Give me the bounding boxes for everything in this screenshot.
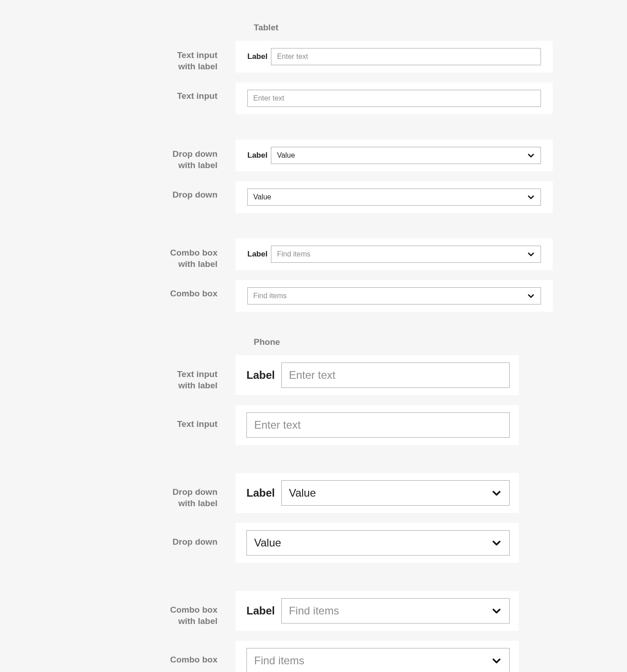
panel: Enter text — [236, 405, 519, 445]
text-input[interactable]: Enter text — [271, 48, 541, 65]
panel: Label Enter text — [236, 355, 519, 395]
row-combobox-with-label-tablet: Combo box with label Label Find items — [60, 238, 567, 270]
panel: Label Value — [236, 140, 553, 171]
text-input-placeholder: Enter text — [254, 419, 502, 431]
field-label: Label — [247, 250, 267, 259]
combobox[interactable]: Find items — [281, 598, 510, 624]
row-label: Text input with label — [60, 355, 236, 391]
dropdown[interactable]: Value — [281, 480, 510, 506]
combobox[interactable]: Find items — [246, 648, 510, 672]
field-label: Label — [247, 52, 267, 61]
text-input[interactable]: Enter text — [246, 412, 510, 438]
row-combobox-tablet: Combo box Find items — [60, 280, 567, 312]
chevron-down-icon — [491, 605, 502, 616]
combobox-placeholder: Find items — [253, 292, 523, 300]
row-label: Combo box — [60, 641, 236, 666]
panel: Value — [236, 181, 553, 213]
row-dropdown-with-label-tablet: Drop down with label Label Value — [60, 140, 567, 171]
combobox[interactable]: Find items — [247, 287, 541, 305]
panel: Label Value — [236, 473, 519, 513]
chevron-down-icon — [527, 193, 535, 201]
row-label: Drop down with label — [60, 140, 236, 171]
chevron-down-icon — [491, 537, 502, 548]
dropdown-value: Value — [254, 537, 487, 549]
row-label: Text input with label — [60, 41, 236, 72]
field-label: Label — [246, 604, 275, 617]
row-dropdown-tablet: Drop down Value — [60, 181, 567, 213]
chevron-down-icon — [527, 151, 535, 160]
dropdown[interactable]: Value — [246, 530, 510, 556]
chevron-down-icon — [491, 488, 502, 498]
section-heading-phone: Phone — [254, 337, 567, 347]
text-input-placeholder: Enter text — [289, 369, 502, 382]
panel: Label Enter text — [236, 41, 553, 73]
section-heading-tablet: Tablet — [254, 23, 567, 33]
row-combobox-phone: Combo box Find items — [60, 641, 567, 672]
combobox-placeholder: Find items — [289, 604, 487, 617]
row-text-input-tablet: Text input Enter text — [60, 82, 567, 114]
dropdown-value: Value — [253, 193, 523, 201]
row-text-input-with-label-tablet: Text input with label Label Enter text — [60, 41, 567, 73]
row-label: Drop down — [60, 523, 236, 548]
row-dropdown-phone: Drop down Value — [60, 523, 567, 563]
panel: Enter text — [236, 82, 553, 114]
row-text-input-with-label-phone: Text input with label Label Enter text — [60, 355, 567, 395]
row-label: Text input — [60, 82, 236, 102]
panel: Value — [236, 523, 519, 563]
panel: Find items — [236, 280, 553, 312]
row-label: Combo box — [60, 280, 236, 300]
combobox-placeholder: Find items — [277, 250, 523, 258]
text-input[interactable]: Enter text — [247, 90, 541, 107]
field-label: Label — [246, 487, 275, 499]
combobox[interactable]: Find items — [271, 246, 541, 263]
combobox-placeholder: Find items — [254, 654, 487, 667]
field-label: Label — [247, 151, 267, 160]
row-text-input-phone: Text input Enter text — [60, 405, 567, 445]
field-label: Label — [246, 369, 275, 382]
panel: Label Find items — [236, 238, 553, 270]
panel: Find items — [236, 641, 519, 672]
chevron-down-icon — [491, 655, 502, 666]
row-dropdown-with-label-phone: Drop down with label Label Value — [60, 473, 567, 513]
row-label: Text input — [60, 405, 236, 430]
panel: Label Find items — [236, 591, 519, 631]
chevron-down-icon — [527, 292, 535, 300]
dropdown[interactable]: Value — [271, 147, 541, 164]
row-label: Combo box with label — [60, 238, 236, 270]
text-input-placeholder: Enter text — [253, 94, 535, 102]
row-label: Combo box with label — [60, 591, 236, 627]
row-combobox-with-label-phone: Combo box with label Label Find items — [60, 591, 567, 631]
text-input[interactable]: Enter text — [281, 363, 510, 388]
row-label: Drop down with label — [60, 473, 236, 509]
dropdown-value: Value — [277, 151, 523, 160]
dropdown-value: Value — [289, 487, 487, 499]
text-input-placeholder: Enter text — [277, 53, 535, 61]
row-label: Drop down — [60, 181, 236, 201]
dropdown[interactable]: Value — [247, 189, 541, 206]
chevron-down-icon — [527, 250, 535, 258]
